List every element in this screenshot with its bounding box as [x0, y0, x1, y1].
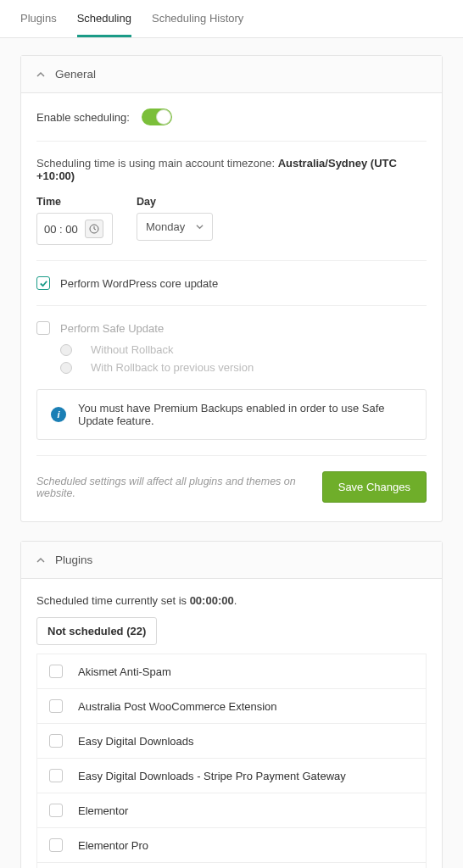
- checkbox-safe-update[interactable]: [36, 321, 50, 335]
- plugin-name: Elementor Pro: [78, 839, 148, 852]
- day-label: Day: [137, 196, 213, 208]
- checkbox-plugin[interactable]: [49, 838, 63, 852]
- radio-icon: [60, 344, 72, 356]
- safe-update-label: Perform Safe Update: [60, 322, 164, 335]
- not-scheduled-pill[interactable]: Not scheduled (22): [36, 617, 157, 645]
- list-item[interactable]: Elementor: [37, 793, 426, 827]
- info-icon: i: [51, 407, 66, 422]
- settings-note: Scheduled settings will affect all plugi…: [36, 476, 309, 499]
- chevron-up-icon: [36, 556, 45, 565]
- checkbox-plugin[interactable]: [49, 804, 63, 817]
- checkbox-plugin[interactable]: [49, 699, 63, 713]
- plugin-name: Elementor: [78, 804, 128, 817]
- list-item[interactable]: Facebook for WooCommerce: [37, 862, 426, 868]
- tab-plugins[interactable]: Plugins: [20, 0, 57, 37]
- list-item[interactable]: Akismet Anti-Spam: [37, 654, 426, 688]
- tab-scheduling-history[interactable]: Scheduling History: [152, 0, 243, 37]
- list-item[interactable]: Easy Digital Downloads - Stripe Pro Paym…: [37, 758, 426, 793]
- checkbox-plugin[interactable]: [49, 734, 63, 748]
- plugin-name: Australia Post WooCommerce Extension: [78, 700, 277, 713]
- safe-update-info: i You must have Premium Backups enabled …: [36, 389, 427, 440]
- card-title: General: [55, 68, 96, 81]
- scheduled-time-line: Scheduled time currently set is 00:00:00…: [36, 594, 427, 607]
- list-item[interactable]: Elementor Pro: [37, 827, 426, 862]
- checkbox-core-update[interactable]: [36, 276, 50, 290]
- enable-scheduling-label: Enable scheduling:: [36, 111, 130, 124]
- enable-scheduling-toggle[interactable]: [142, 108, 172, 125]
- checkbox-plugin[interactable]: [49, 665, 63, 678]
- radio-icon: [60, 362, 72, 374]
- plugin-name: Akismet Anti-Spam: [78, 665, 171, 678]
- chevron-down-icon: [196, 223, 204, 231]
- time-label: Time: [36, 196, 113, 208]
- tab-scheduling[interactable]: Scheduling: [77, 0, 131, 37]
- clock-icon: [85, 220, 103, 238]
- chevron-up-icon: [36, 70, 45, 79]
- plugin-name: Easy Digital Downloads: [78, 735, 194, 748]
- save-changes-button[interactable]: Save Changes: [322, 471, 427, 503]
- list-item[interactable]: Easy Digital Downloads: [37, 723, 426, 758]
- card-plugins: Plugins Scheduled time currently set is …: [20, 541, 443, 868]
- plugin-name: Easy Digital Downloads - Stripe Pro Paym…: [78, 770, 346, 782]
- card-plugins-header[interactable]: Plugins: [21, 542, 442, 579]
- card-title: Plugins: [55, 554, 92, 566]
- card-general: General Enable scheduling: Scheduling ti…: [20, 55, 443, 522]
- time-input[interactable]: 00 : 00: [36, 213, 113, 245]
- checkbox-plugin[interactable]: [49, 769, 63, 782]
- day-select[interactable]: Monday: [137, 213, 213, 241]
- timezone-note: Scheduling time is using main account ti…: [36, 157, 427, 182]
- core-update-label: Perform WordPress core update: [60, 277, 218, 290]
- page-tabs: Plugins Scheduling Scheduling History: [0, 0, 463, 38]
- card-general-header[interactable]: General: [21, 56, 442, 93]
- list-item[interactable]: Australia Post WooCommerce Extension: [37, 688, 426, 723]
- radio-with-rollback: With Rollback to previous version: [60, 361, 427, 374]
- radio-without-rollback: Without Rollback: [60, 343, 427, 356]
- plugins-list: Akismet Anti-SpamAustralia Post WooComme…: [36, 654, 427, 868]
